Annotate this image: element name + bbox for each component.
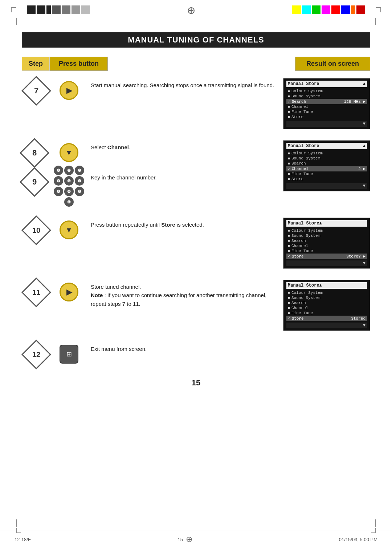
numpad-9: ❶ ❷ ❸ ❹ ❺ ❻ ❼ ❽ ❾ ❿ [54,166,84,207]
right-arrow-button-7[interactable]: ▶ [60,81,78,100]
press-button-header: Press button [50,57,108,71]
step-12-button-col: ⊞ [51,342,87,364]
step-10-screen: Manual Store▲ ■Colour System ■Sound Syst… [283,218,370,269]
step-10-description: Press button repeatedly until Store is s… [87,218,283,229]
step-7-screen: Manual Store▲ ■Colour System ■Sound Syst… [283,78,370,129]
num-7[interactable]: ❼ [54,187,63,196]
num-8[interactable]: ❽ [64,187,74,196]
menu-button-12[interactable]: ⊞ [60,345,78,364]
step-12-number: 12 [32,351,40,359]
header-row: Step Press button Result on screen [22,57,370,71]
step-7-button-col: ▶ [51,78,87,100]
num-3[interactable]: ❸ [75,166,84,175]
footer-right: 01/15/03, 5:00 PM [339,537,377,542]
step-10-number: 10 [32,226,40,235]
step-num-7: 7 [22,78,51,104]
num-4[interactable]: ❹ [54,176,63,186]
result-header: Result on screen [295,57,370,71]
step-row-10: 10 ▼ Press button repeatedly until Store… [22,218,370,269]
step-8-9-description: Select Channel. Key in the channel numbe… [87,140,283,182]
num-6[interactable]: ❻ [75,176,84,186]
footer-left: 12-18/E [15,537,31,542]
step-row-11: 11 ▶ Store tuned channel. Note : If you … [22,280,370,331]
num-1[interactable]: ❶ [54,166,63,175]
footer: 12-18/E 15 ⊕ 01/15/03, 5:00 PM [0,531,392,548]
step-11-number: 11 [32,288,40,297]
step-num-9: 9 [22,169,47,195]
footer-center: 15 [177,537,183,542]
main-content: Manual Tuning of Channels Step Press but… [0,25,392,413]
down-arrow-button-8[interactable]: ▼ [60,143,78,162]
step-num-11: 11 [22,280,51,305]
step-num-12: 12 [22,342,51,367]
page-number: 15 [22,378,370,388]
step-num-8: 8 [22,140,47,166]
right-arrow-button-11[interactable]: ▶ [60,283,78,301]
crosshair-bottom-icon: ⊕ [186,535,192,544]
step-row-7: 7 ▶ Start manual searching. Searching st… [22,78,370,129]
num-2[interactable]: ❷ [64,166,74,175]
step-num-10: 10 [22,218,51,243]
step-7-description: Start manual searching. Searching stops … [87,78,283,89]
step-11-screen: Manual Store▲ ■Colour System ■Sound Syst… [283,280,370,331]
step-11-description: Store tuned channel. Note : If you want … [87,280,283,308]
step-row-8-9: 8 9 ▼ ❶ ❷ ❸ ❹ ❺ ❻ ❼ ❽ ❾ ❿ [22,140,370,207]
step-12-description: Exit menu from screen. [87,342,283,353]
step-8-9-screen: Manual Store▲ ■Colour System ■Sound Syst… [283,140,370,191]
step-7-number: 7 [34,86,38,96]
step-header: Step [22,57,50,71]
step-11-button-col: ▶ [51,280,87,301]
num-9[interactable]: ❾ [75,187,84,196]
step-10-button-col: ▼ [51,218,87,239]
num-0[interactable]: ❿ [64,197,74,207]
page-title: Manual Tuning of Channels [22,32,370,48]
num-5[interactable]: ❺ [64,176,74,186]
step-row-12: 12 ⊞ Exit menu from screen. [22,342,370,367]
down-arrow-button-10[interactable]: ▼ [60,220,78,239]
